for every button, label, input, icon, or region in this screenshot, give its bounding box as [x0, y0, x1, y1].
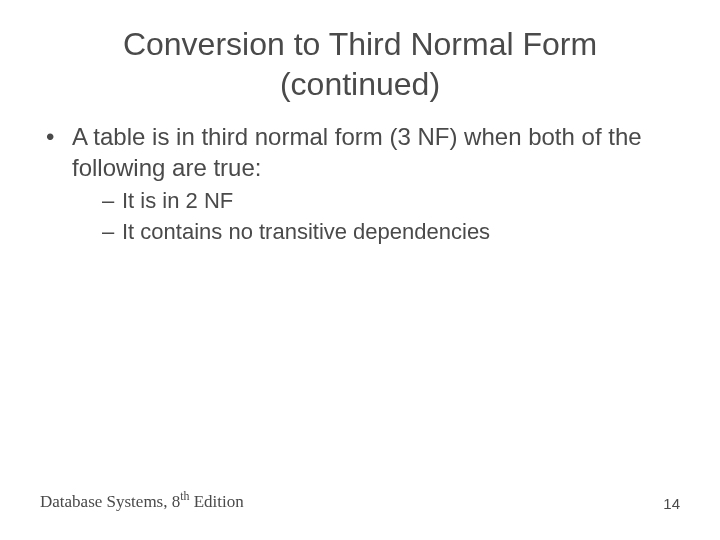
bullet-list: A table is in third normal form (3 NF) w… [40, 122, 680, 246]
title-line-1: Conversion to Third Normal Form [123, 26, 597, 62]
bullet-item-1: A table is in third normal form (3 NF) w… [40, 122, 680, 246]
footer-prefix: Database Systems, 8 [40, 492, 180, 511]
title-line-2: (continued) [280, 66, 440, 102]
sub-item-1: It is in 2 NF [102, 187, 680, 215]
slide-title: Conversion to Third Normal Form (continu… [0, 0, 720, 104]
slide-body: A table is in third normal form (3 NF) w… [0, 104, 720, 246]
sub-item-2: It contains no transitive dependencies [102, 218, 680, 246]
bullet-text-1: A table is in third normal form (3 NF) w… [72, 123, 642, 181]
sub-text-1: It is in 2 NF [122, 188, 233, 213]
sub-text-2: It contains no transitive dependencies [122, 219, 490, 244]
sub-list: It is in 2 NF It contains no transitive … [72, 187, 680, 245]
footer-text: Database Systems, 8th Edition [40, 489, 244, 512]
footer-suffix: Edition [189, 492, 243, 511]
slide: Conversion to Third Normal Form (continu… [0, 0, 720, 540]
page-number: 14 [663, 495, 680, 512]
